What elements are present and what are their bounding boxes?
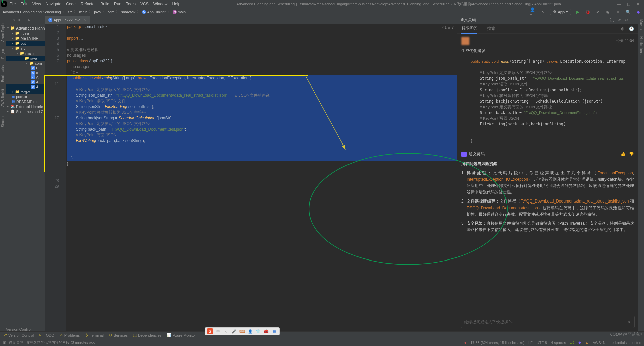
tree-item[interactable]: C A bbox=[6, 80, 45, 84]
user-icon[interactable]: 👤▾ bbox=[530, 9, 537, 15]
tree-item[interactable]: ▸📁 out bbox=[6, 41, 45, 46]
project-tree[interactable]: ▾📁 Advanced Plann▸📁 .idea▸📁 META-INF▸📁 o… bbox=[6, 24, 45, 115]
bottom-tab-version-control[interactable]: ⎇ Version Control bbox=[3, 333, 34, 337]
ai-input[interactable]: 继续提问或输入"/"快捷操作 ➤ bbox=[461, 316, 635, 328]
close-icon[interactable]: ✕ bbox=[636, 2, 639, 6]
tree-item[interactable]: C c bbox=[6, 70, 45, 75]
breadcrumb[interactable]: Advanced Planning and Scheduling〉src〉mai… bbox=[3, 9, 186, 15]
rail-azure-explorer[interactable]: Azure Explorer bbox=[1, 19, 5, 42]
menu-run[interactable]: Run bbox=[114, 2, 121, 6]
left-tool-rail[interactable]: Azure ExplorerProjectBookmarksAWS Toolki… bbox=[0, 16, 6, 331]
select-open-icon[interactable]: ⊕ bbox=[17, 18, 20, 22]
menu-navigate[interactable]: Navigate bbox=[46, 2, 61, 6]
aws-status[interactable]: AWS: No credentials selected bbox=[593, 341, 641, 345]
file-encoding[interactable]: UTF-8 bbox=[537, 341, 547, 345]
crumb[interactable]: mmain bbox=[173, 10, 186, 14]
editor[interactable]: C AppFun222.java ✕ 123456711172829 ✓1 ∧ … bbox=[45, 16, 457, 331]
rail-project[interactable]: Project bbox=[1, 48, 5, 59]
tree-item[interactable]: C A bbox=[6, 75, 45, 80]
rail-bookmarks[interactable]: Bookmarks bbox=[1, 65, 5, 82]
menu-code[interactable]: Code bbox=[66, 2, 76, 6]
menu-vcs[interactable]: VCS bbox=[140, 2, 149, 6]
git-icon[interactable]: ⎇ bbox=[570, 340, 574, 345]
refresh-icon[interactable]: ⟳ bbox=[618, 18, 621, 22]
cursor-position[interactable]: 17:53 (624 chars, 15 line breaks) bbox=[470, 341, 524, 345]
crumb[interactable]: sharetek bbox=[121, 10, 135, 14]
ime-apps-icon[interactable]: ▦ bbox=[271, 328, 277, 334]
ime-skin-icon[interactable]: 👕 bbox=[255, 328, 261, 334]
ime-logo-icon[interactable]: S bbox=[207, 328, 213, 334]
ime-voice-icon[interactable]: 🎤 bbox=[231, 328, 237, 334]
error-indicator[interactable]: ● bbox=[464, 341, 466, 345]
tree-item[interactable]: ▸📁 target bbox=[6, 89, 45, 94]
bottom-tab-services[interactable]: ⚙ Services bbox=[109, 333, 128, 337]
options-icon[interactable]: ⋮ bbox=[22, 18, 25, 22]
window-controls[interactable]: ― ▢ ✕ bbox=[617, 2, 643, 6]
bottom-tab-todo[interactable]: ☑ TODO bbox=[39, 333, 54, 337]
expand-icon[interactable]: ⛶ bbox=[610, 18, 614, 22]
ai-status-icon[interactable]: ◆ bbox=[578, 340, 581, 345]
aws-icon[interactable]: ▲ bbox=[585, 341, 589, 345]
ai-tabs[interactable]: 智能问答 搜索 ⊕ 🕘 bbox=[457, 24, 638, 34]
profile-icon[interactable]: ◉ bbox=[604, 9, 611, 15]
thumbs-up-icon[interactable]: 👍 bbox=[621, 151, 626, 157]
rail-aws-toolkit[interactable]: AWS Toolkit bbox=[1, 89, 5, 107]
menu-file[interactable]: File bbox=[9, 2, 16, 6]
minimize-icon[interactable]: ― bbox=[617, 2, 621, 6]
expand-icon[interactable]: ⇲ bbox=[13, 18, 15, 22]
tree-item[interactable]: ▾📁 main bbox=[6, 51, 45, 56]
tree-item[interactable]: ▾📁 com bbox=[6, 61, 45, 66]
ime-person-icon[interactable]: 👤 bbox=[247, 328, 253, 334]
crumb[interactable]: CAppFun222 bbox=[142, 10, 166, 14]
project-tool-window[interactable]: ― ⇲ ⊕ ⋮ ⚙ ― ▾📁 Advanced Plann▸📁 .idea▸📁 … bbox=[6, 16, 45, 331]
indent-setting[interactable]: 4 spaces bbox=[551, 341, 566, 345]
new-chat-icon[interactable]: ⊕ bbox=[621, 26, 624, 31]
ime-keyboard-icon[interactable]: ⌨ bbox=[239, 328, 245, 334]
debug-icon[interactable]: 🐞 bbox=[584, 9, 591, 15]
tab-close-icon[interactable]: ✕ bbox=[84, 18, 87, 22]
thumbs-down-icon[interactable]: 👎 bbox=[629, 151, 634, 157]
ime-toolbox-icon[interactable]: 🧰 bbox=[263, 328, 269, 334]
crumb[interactable]: java bbox=[94, 10, 101, 14]
bottom-tab-problems[interactable]: ⚠ Problems bbox=[60, 333, 80, 337]
menu-view[interactable]: View bbox=[32, 2, 41, 6]
editor-tab[interactable]: C AppFun222.java ✕ bbox=[45, 16, 90, 24]
crumb[interactable]: Advanced Planning and Scheduling bbox=[3, 10, 61, 14]
run-configuration[interactable]: ⚙ App ▾ bbox=[550, 9, 571, 15]
editor-tabs[interactable]: C AppFun222.java ✕ bbox=[45, 16, 457, 24]
ai-assistant-panel[interactable]: 通义灵码 ⛶ ⟳ ⚙ ― 智能问答 搜索 ⊕ 🕘 今天 11:04 生成优化建议 bbox=[457, 16, 638, 331]
hide-icon[interactable]: ― bbox=[631, 18, 635, 22]
coverage-icon[interactable]: ⬈ bbox=[594, 9, 601, 15]
ai-tab-qa[interactable]: 智能问答 bbox=[461, 23, 477, 34]
gear-icon[interactable]: ⚙ bbox=[624, 18, 628, 22]
ime-toolbar[interactable]: S 中 •, 🎤 ⌨ 👤 👕 🧰 ▦ bbox=[205, 327, 280, 335]
bottom-tool-tabs[interactable]: ⎇ Version Control☑ TODO⚠ Problems❯ Termi… bbox=[0, 331, 644, 339]
search-icon[interactable]: 🔍 bbox=[625, 9, 631, 15]
crumb[interactable]: main bbox=[79, 10, 87, 14]
ime-punct-icon[interactable]: •, bbox=[223, 328, 229, 334]
menu-tools[interactable]: Tools bbox=[126, 2, 136, 6]
tree-item[interactable]: m pom.xml bbox=[6, 94, 45, 99]
crumb[interactable]: src bbox=[68, 10, 73, 14]
tree-item[interactable]: ▸📚 External Librarie bbox=[6, 104, 45, 109]
back-icon[interactable]: ↖ bbox=[540, 9, 547, 15]
ai-tab-search[interactable]: 搜索 bbox=[487, 24, 495, 34]
history-icon[interactable]: 🕘 bbox=[629, 26, 634, 31]
line-separator[interactable]: LF bbox=[528, 341, 533, 345]
tree-item[interactable]: ▤ README.md bbox=[6, 99, 45, 104]
rail-maven[interactable]: Maven bbox=[639, 19, 643, 30]
bottom-tab-terminal[interactable]: ❯ Terminal bbox=[85, 333, 104, 337]
gear-icon[interactable]: ⚙ bbox=[28, 18, 31, 22]
version-control-label[interactable]: Version Control bbox=[6, 327, 31, 331]
tree-item[interactable]: ▸📁 META-INF bbox=[6, 36, 45, 41]
collapse-icon[interactable]: ― bbox=[7, 18, 11, 22]
tree-item[interactable]: C A bbox=[6, 84, 45, 89]
ai-toggle-icon[interactable]: ◆ bbox=[635, 9, 641, 15]
menu-window[interactable]: Window bbox=[153, 2, 168, 6]
send-icon[interactable]: ➤ bbox=[628, 320, 631, 324]
rail-notifications[interactable]: Notifications bbox=[639, 36, 643, 54]
rail-structure[interactable]: Structure bbox=[1, 114, 5, 127]
crumb[interactable]: com bbox=[107, 10, 114, 14]
menu-help[interactable]: Help bbox=[172, 2, 180, 6]
run-icon[interactable]: ▶ bbox=[574, 9, 581, 15]
